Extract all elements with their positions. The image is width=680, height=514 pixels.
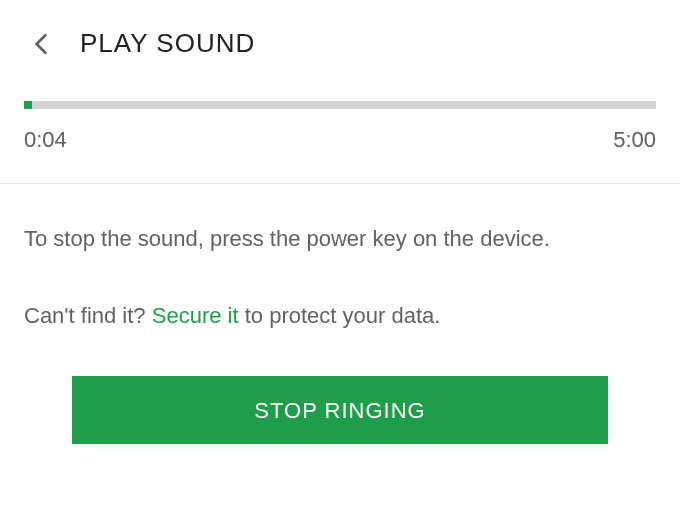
back-icon[interactable]: [30, 33, 52, 55]
header: PLAY SOUND: [0, 0, 680, 83]
progress-fill: [24, 101, 32, 109]
progress-bar: [24, 101, 656, 109]
hint-question: Can't find it?: [24, 303, 146, 328]
button-container: STOP RINGING: [24, 376, 656, 444]
stop-ringing-button[interactable]: STOP RINGING: [72, 376, 608, 444]
content: To stop the sound, press the power key o…: [0, 184, 680, 444]
instruction-text: To stop the sound, press the power key o…: [24, 222, 656, 255]
time-row: 0:04 5:00: [24, 127, 656, 153]
secure-it-link[interactable]: Secure it: [152, 303, 239, 328]
hint-text: Can't find it? Secure it to protect your…: [24, 299, 656, 332]
hint-suffix: to protect your data.: [245, 303, 441, 328]
total-time: 5:00: [613, 127, 656, 153]
page-title: PLAY SOUND: [80, 28, 255, 59]
progress-section: 0:04 5:00: [0, 83, 680, 183]
elapsed-time: 0:04: [24, 127, 67, 153]
